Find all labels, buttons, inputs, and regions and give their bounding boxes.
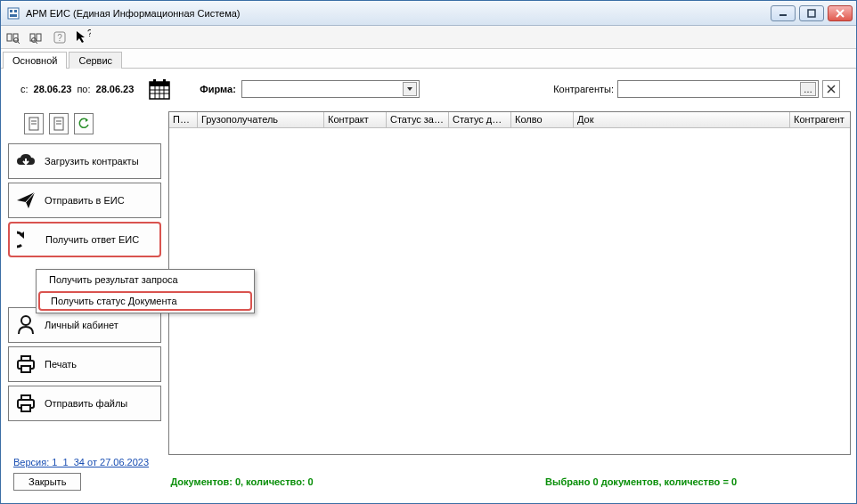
maximize-icon <box>807 9 816 18</box>
printer-icon <box>14 394 37 412</box>
toolbar: ? ? <box>1 26 856 49</box>
svg-rect-39 <box>21 366 30 372</box>
grid-col-2[interactable]: Контракт <box>324 112 387 127</box>
filter-row: с: 28.06.23 по: 28.06.23 Фирма: Контраге… <box>6 74 851 104</box>
svg-rect-5 <box>808 10 815 17</box>
kontr-browse-button[interactable]: … <box>800 82 816 96</box>
close-window-button[interactable] <box>828 5 853 21</box>
cursor-help-icon: ? <box>75 29 91 45</box>
app-icon <box>6 6 20 20</box>
grid-col-5[interactable]: Колво <box>511 112 574 127</box>
status-documents: Документов: 0, количество: 0 <box>170 476 313 487</box>
grid-body <box>169 128 850 454</box>
version-link[interactable]: Версия: 1_1_34 от 27.06.2023 <box>13 457 149 467</box>
svg-rect-1 <box>10 10 12 12</box>
load-contracts-button[interactable]: Загрузить контракты <box>8 143 161 179</box>
close-icon <box>836 9 845 18</box>
calendar-button[interactable] <box>146 77 173 102</box>
cabinet-label: Личный кабинет <box>45 320 155 330</box>
svg-rect-2 <box>14 10 17 12</box>
main-window: АРМ ЕИС (Единая Информационная Система) … <box>0 0 857 504</box>
window-title: АРМ ЕИС (Единая Информационная Система) <box>26 8 241 19</box>
chevron-down-icon <box>403 82 417 96</box>
get-answer-button[interactable]: Получить ответ ЕИС <box>8 222 161 257</box>
print-button[interactable]: Печать <box>8 346 161 382</box>
doc-icon <box>29 117 39 131</box>
mini-button-3[interactable] <box>74 113 94 134</box>
grid-col-0[interactable]: Пом... <box>169 112 198 127</box>
find-icon <box>6 30 20 45</box>
toolbar-help-button[interactable]: ? <box>51 28 69 46</box>
svg-point-36 <box>21 316 30 325</box>
svg-rect-8 <box>7 34 12 41</box>
minimize-button[interactable] <box>771 5 796 21</box>
printer-icon <box>14 355 37 373</box>
doc-icon <box>53 117 64 131</box>
toolbar-find-alt-button[interactable] <box>28 28 45 46</box>
calendar-icon <box>148 77 171 101</box>
grid-col-1[interactable]: Грузополучатель <box>198 112 324 127</box>
svg-rect-13 <box>37 34 41 41</box>
grid-col-3[interactable]: Статус зап... <box>387 112 449 127</box>
svg-rect-22 <box>163 79 166 84</box>
svg-line-15 <box>36 42 37 44</box>
x-icon <box>827 85 836 93</box>
close-button[interactable]: Закрыть <box>13 473 81 491</box>
send-eis-button[interactable]: Отправить в ЕИС <box>8 183 161 218</box>
mini-button-row <box>6 111 163 136</box>
mini-button-1[interactable] <box>24 113 44 134</box>
svg-rect-0 <box>8 8 19 19</box>
menu-item-result[interactable]: Получить результат запроса <box>37 270 254 289</box>
tab-service[interactable]: Сервис <box>69 52 122 69</box>
undo-icon <box>15 230 38 249</box>
footer: Версия: 1_1_34 от 27.06.2023 Закрыть Док… <box>6 455 851 498</box>
context-menu: Получить результат запроса Получить стат… <box>36 269 255 313</box>
firm-combo[interactable] <box>241 80 420 98</box>
grid-col-4[interactable]: Статус док... <box>449 112 511 127</box>
firm-value <box>246 81 403 97</box>
grid-col-7[interactable]: Контрагент <box>790 112 850 127</box>
toolbar-cursor-help-button[interactable]: ? <box>74 28 92 46</box>
svg-line-7 <box>837 10 844 17</box>
menu-item-status[interactable]: Получить статус Документа <box>38 291 252 311</box>
svg-rect-20 <box>150 82 169 86</box>
date-to-value[interactable]: 28.06.23 <box>96 84 135 94</box>
date-from-value[interactable]: 28.06.23 <box>34 84 72 94</box>
send-eis-label: Отправить в ЕИС <box>45 195 155 206</box>
load-contracts-label: Загрузить контракты <box>45 156 155 167</box>
svg-text:?: ? <box>57 33 62 43</box>
get-answer-label: Получить ответ ЕИС <box>45 234 154 245</box>
status-selected: Выбрано 0 документов, количество = 0 <box>545 476 737 487</box>
svg-line-11 <box>18 42 20 44</box>
mini-button-2[interactable] <box>49 113 69 134</box>
user-icon <box>14 315 37 335</box>
maximize-button[interactable] <box>799 5 824 21</box>
svg-rect-3 <box>10 14 17 17</box>
send-files-button[interactable]: Отправить файлы <box>8 386 161 421</box>
svg-point-14 <box>32 37 37 42</box>
svg-line-6 <box>837 10 844 17</box>
kontr-label: Контрагенты: <box>553 84 614 94</box>
send-files-label: Отправить файлы <box>45 398 155 409</box>
svg-rect-21 <box>153 79 156 84</box>
cloud-download-icon <box>14 152 37 170</box>
svg-text:?: ? <box>87 29 91 38</box>
firm-label: Фирма: <box>200 84 236 94</box>
titlebar: АРМ ЕИС (Единая Информационная Система) <box>1 1 856 26</box>
find-alt-icon <box>29 30 44 45</box>
toolbar-find-button[interactable] <box>4 28 22 46</box>
date-to-label: по: <box>77 84 90 94</box>
paper-plane-icon <box>14 191 37 209</box>
data-grid[interactable]: Пом... Грузополучатель Контракт Статус з… <box>168 111 851 455</box>
date-from-label: с: <box>20 84 29 94</box>
kontr-clear-button[interactable] <box>822 80 840 98</box>
print-label: Печать <box>45 359 155 370</box>
kontr-input[interactable]: … <box>617 80 819 98</box>
tabstrip: Основной Сервис <box>1 49 856 69</box>
tab-main[interactable]: Основной <box>3 52 67 69</box>
svg-rect-42 <box>21 405 30 411</box>
grid-header: Пом... Грузополучатель Контракт Статус з… <box>169 112 850 128</box>
svg-rect-12 <box>30 34 35 41</box>
grid-col-6[interactable]: Док <box>574 112 790 127</box>
minimize-icon <box>779 9 788 18</box>
